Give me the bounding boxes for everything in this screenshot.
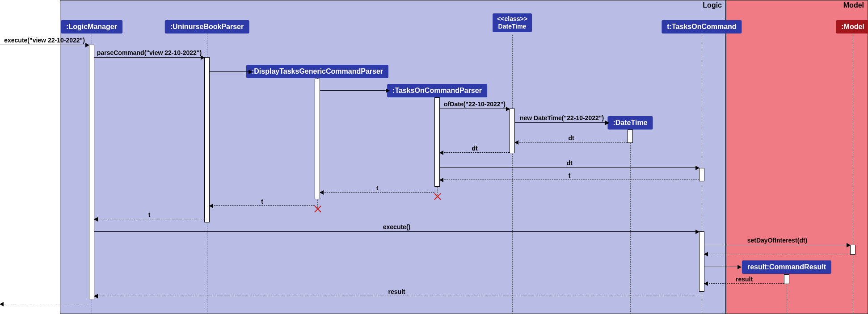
- participant-datetime-class: <<class>> DateTime: [493, 13, 532, 32]
- msg-return-t-4: t: [94, 219, 204, 219]
- participant-logic-manager: :LogicManager: [61, 20, 122, 33]
- activation-model: [850, 245, 855, 255]
- msg-return-dt-2-label: dt: [472, 145, 477, 152]
- destroy-display-parser: [313, 205, 322, 214]
- msg-return-from-model: [704, 254, 850, 254]
- msg-return-result-1-label: result: [736, 276, 753, 283]
- msg-return-t-3: t: [210, 205, 315, 206]
- msg-create-command-result: [704, 267, 741, 267]
- msg-create-tasks-on-parser: [320, 90, 389, 91]
- participant-model: :Model: [836, 20, 868, 33]
- msg-return-t-4-label: t: [148, 211, 151, 218]
- destroy-tasks-on-parser: [433, 192, 442, 201]
- msg-new-datetime: new DateTime("22-10-2022"): [515, 122, 609, 123]
- msg-parse-command: parseCommand("view 22-10-2022"): [94, 57, 204, 58]
- msg-return-result-2-label: result: [388, 288, 405, 295]
- msg-return-dt-2: dt: [440, 152, 510, 153]
- participant-datetime-instance: :DateTime: [607, 116, 653, 130]
- msg-return-t-3-label: t: [261, 198, 263, 205]
- model-frame-label: Model: [843, 1, 864, 9]
- sequence-diagram: Logic Model :LogicManager :UninurseBookP…: [0, 0, 868, 314]
- msg-return-final: [0, 304, 89, 304]
- logic-frame-label: Logic: [703, 1, 722, 9]
- activation-datetime-class: [510, 109, 515, 153]
- msg-return-t-1-label: t: [569, 172, 571, 179]
- logic-frame: Logic: [60, 0, 726, 314]
- datetime-class-name: DateTime: [498, 23, 527, 30]
- msg-dt-to-command-label: dt: [566, 159, 572, 167]
- msg-set-day-of-interest-label: setDayOfInterest(dt): [747, 237, 808, 244]
- msg-return-t-2: t: [320, 192, 434, 193]
- participant-display-parser: :DisplayTasksGenericCommandParser: [246, 65, 388, 78]
- msg-new-datetime-label: new DateTime("22-10-2022"): [520, 114, 604, 121]
- activation-datetime-instance: [628, 130, 633, 143]
- msg-return-dt-1: dt: [515, 142, 628, 142]
- participant-tasks-on-command: t:TasksOnCommand: [662, 20, 742, 33]
- activation-logic-manager: [89, 45, 94, 299]
- msg-parse-command-label: parseCommand("view 22-10-2022"): [97, 49, 202, 56]
- participant-tasks-on-parser: :TasksOnCommandParser: [387, 84, 487, 97]
- lifeline-model: [853, 31, 853, 314]
- msg-of-date: ofDate("22-10-2022"): [440, 109, 510, 109]
- msg-execute-label: execute(): [383, 223, 410, 230]
- activation-uninurse-parser: [204, 57, 210, 222]
- activation-display-parser: [315, 79, 320, 199]
- msg-return-dt-1-label: dt: [568, 134, 574, 142]
- activation-command-result: [784, 274, 789, 284]
- msg-dt-to-command: dt: [440, 167, 699, 168]
- msg-set-day-of-interest: setDayOfInterest(dt): [704, 245, 850, 245]
- msg-execute-view-label: execute("view 22-10-2022"): [4, 37, 85, 44]
- msg-execute: execute(): [94, 231, 699, 232]
- lifeline-datetime-class: [512, 35, 513, 314]
- activation-tasks-on-command-create: [699, 168, 704, 181]
- datetime-class-stereotype: <<class>>: [497, 15, 527, 22]
- msg-return-result-2: result: [94, 296, 699, 296]
- msg-return-t-2-label: t: [376, 184, 379, 192]
- activation-tasks-on-parser: [434, 97, 440, 187]
- participant-uninurse-parser: :UninurseBookParser: [165, 20, 249, 33]
- lifeline-datetime-instance: [630, 127, 631, 314]
- msg-execute-view: execute("view 22-10-2022"): [0, 45, 89, 45]
- participant-command-result: result:CommandResult: [742, 260, 831, 274]
- msg-of-date-label: ofDate("22-10-2022"): [444, 100, 506, 108]
- msg-return-t-1: t: [440, 180, 699, 180]
- msg-create-display-parser: [210, 71, 252, 72]
- msg-return-result-1: result: [704, 283, 784, 284]
